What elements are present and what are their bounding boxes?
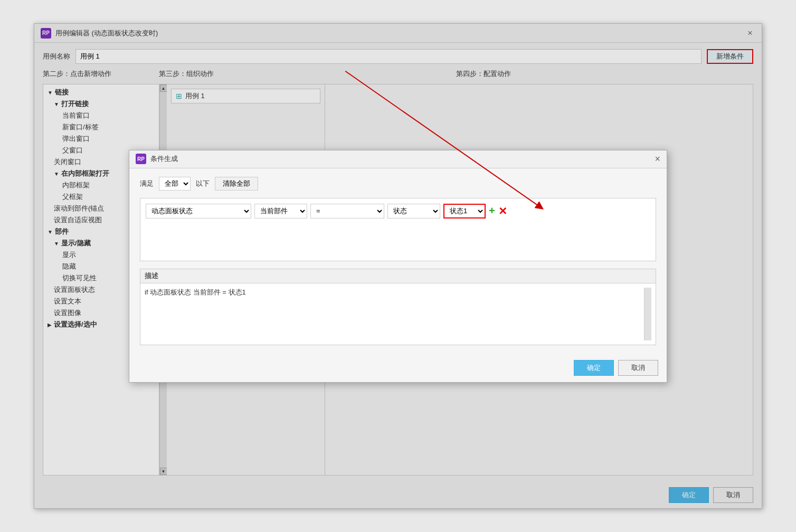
satisfy-dropdown[interactable]: 全部 — [159, 177, 191, 191]
description-header: 描述 — [140, 269, 656, 283]
satisfy-label: 满足 — [140, 179, 154, 188]
main-window: RP 用例编辑器 (动态面板状态改变时) × 用例名称 新增条件 第二步：点击新… — [34, 23, 762, 509]
modal-body: 满足 全部 以下 清除全部 动态面板状态 — [129, 168, 667, 354]
modal-overlay: RP 条件生成 × 满足 全部 以下 清除全部 — [34, 24, 762, 508]
modal-ok-button[interactable]: 确定 — [574, 360, 614, 376]
delete-row-button[interactable]: ✕ — [498, 205, 507, 217]
modal-titlebar: RP 条件生成 × — [129, 150, 667, 168]
add-row-button[interactable]: + — [489, 205, 495, 217]
cond-col1-select[interactable]: 动态面板状态 — [146, 204, 251, 218]
cond-col4-select[interactable]: 状态 — [387, 204, 440, 218]
modal-bottom-bar: 确定 取消 — [129, 354, 667, 382]
modal-title: 条件生成 — [150, 154, 178, 164]
clear-all-button[interactable]: 清除全部 — [215, 177, 258, 191]
condition-row-1: 动态面板状态 当前部件 = 状态 — [146, 204, 650, 218]
description-scrollbar[interactable] — [644, 288, 651, 340]
condition-modal: RP 条件生成 × 满足 全部 以下 清除全部 — [129, 150, 667, 383]
modal-close-button[interactable]: × — [655, 154, 660, 165]
cond-col5-select[interactable]: 状态1 — [443, 204, 486, 218]
satisfy-row: 满足 全部 以下 清除全部 — [140, 177, 656, 191]
condition-area: 动态面板状态 当前部件 = 状态 — [140, 198, 656, 261]
modal-titlebar-left: RP 条件生成 — [136, 154, 178, 164]
description-body: if 动态面板状态 当前部件 = 状态1 — [140, 283, 656, 345]
description-section: 描述 if 动态面板状态 当前部件 = 状态1 — [140, 269, 656, 345]
modal-app-icon: RP — [136, 154, 146, 164]
cond-col2-select[interactable]: 当前部件 — [254, 204, 307, 218]
description-text: if 动态面板状态 当前部件 = 状态1 — [145, 288, 644, 340]
modal-cancel-button[interactable]: 取消 — [618, 360, 658, 376]
below-label: 以下 — [196, 179, 210, 188]
cond-col3-select[interactable]: = — [310, 204, 384, 218]
